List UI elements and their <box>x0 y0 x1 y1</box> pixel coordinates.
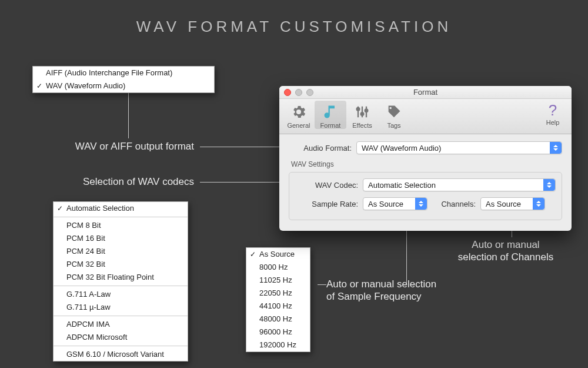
sliders-icon <box>353 103 371 121</box>
format-preferences-window: Format General Format Effects Tags <box>279 86 572 231</box>
window-zoom-button[interactable] <box>306 89 313 96</box>
sample-rate-select[interactable]: As Source <box>363 197 427 210</box>
rate-menu-item[interactable]: 22050 Hz <box>246 287 310 300</box>
window-minimize-button[interactable] <box>295 89 302 96</box>
rate-menu-item[interactable]: 8000 Hz <box>246 261 310 274</box>
tab-general[interactable]: General <box>283 101 315 129</box>
rate-menu-item[interactable]: 44100 Hz <box>246 300 310 313</box>
codec-menu-item[interactable]: GSM 6.10 / Microsoft Variant <box>54 348 188 361</box>
annotation-format: WAV or AIFF output format <box>24 140 194 152</box>
menu-separator <box>54 316 188 316</box>
connector-line <box>200 182 288 183</box>
codec-menu-item[interactable]: PCM 32 Bit <box>54 258 188 271</box>
window-close-button[interactable] <box>284 89 291 96</box>
connector-line <box>200 147 288 147</box>
annotation-sample-rate: Auto or manual selectionof Sample Freque… <box>326 278 444 303</box>
select-value: As Source <box>368 200 403 208</box>
codec-menu-item[interactable]: G.711 A-Law <box>54 288 188 301</box>
menu-separator <box>54 346 188 346</box>
connector-line <box>318 284 326 285</box>
sample-rate-menu-popup: As Source 8000 Hz 11025 Hz 22050 Hz 4410… <box>246 247 310 352</box>
codec-menu-item[interactable]: G.711 µ-Law <box>54 301 188 314</box>
tab-label: Tags <box>387 122 400 129</box>
gear-icon <box>290 103 308 121</box>
annotation-codec: Selection of WAV codecs <box>24 175 194 188</box>
sample-rate-label: Sample Rate: <box>295 200 363 208</box>
tab-help[interactable]: ? Help <box>540 101 566 126</box>
codec-menu-item[interactable]: ADPCM IMA <box>54 318 188 331</box>
tag-icon <box>385 103 403 121</box>
wav-settings-group-label: WAV Settings <box>291 160 562 168</box>
rate-menu-item[interactable]: 96000 Hz <box>246 326 310 339</box>
tab-label: General <box>287 122 310 129</box>
select-arrows-icon <box>415 198 427 210</box>
rate-menu-item[interactable]: As Source <box>246 248 310 261</box>
rate-menu-item[interactable]: 11025 Hz <box>246 274 310 287</box>
codec-menu-popup: Automatic Selection PCM 8 Bit PCM 16 Bit… <box>53 201 188 362</box>
codec-menu-item[interactable]: PCM 32 Bit Floating Point <box>54 271 188 284</box>
format-menu-item-aiff[interactable]: AIFF (Audio Interchange File Format) <box>33 67 214 79</box>
codec-menu-item[interactable]: PCM 8 Bit <box>54 219 188 232</box>
select-value: WAV (Waveform Audio) <box>362 144 441 152</box>
format-menu-popup: AIFF (Audio Interchange File Format) WAV… <box>32 66 215 93</box>
tab-tags[interactable]: Tags <box>378 101 410 129</box>
preferences-toolbar: General Format Effects Tags ? Help <box>279 99 572 134</box>
connector-line <box>128 91 129 138</box>
wav-codec-label: WAV Codec: <box>295 181 363 190</box>
annotation-channels: Auto or manualselection of Channels <box>450 238 562 264</box>
audio-format-label: Audio Format: <box>289 144 356 152</box>
wav-codec-select[interactable]: Automatic Selection <box>363 178 556 191</box>
window-titlebar[interactable]: Format <box>279 86 572 99</box>
menu-separator <box>54 217 188 217</box>
codec-menu-item[interactable]: PCM 24 Bit <box>54 245 188 258</box>
svg-point-5 <box>365 109 368 112</box>
codec-menu-item[interactable]: ADPCM Microsoft <box>54 331 188 344</box>
channels-label: Channels: <box>427 200 480 208</box>
svg-point-3 <box>357 108 360 111</box>
select-value: Automatic Selection <box>368 181 436 190</box>
tab-label: Effects <box>352 122 372 129</box>
tab-effects[interactable]: Effects <box>346 101 378 129</box>
tab-format[interactable]: Format <box>315 101 346 129</box>
channels-select[interactable]: As Source <box>480 197 545 210</box>
preferences-content: Audio Format: WAV (Waveform Audio) WAV S… <box>279 134 572 231</box>
help-icon: ? <box>540 101 566 119</box>
menu-separator <box>54 286 188 286</box>
window-title: Format <box>413 88 437 97</box>
rate-menu-item[interactable]: 192000 Hz <box>246 339 310 352</box>
svg-point-4 <box>361 112 364 115</box>
format-menu-item-wav[interactable]: WAV (Waveform Audio) <box>33 79 214 92</box>
select-value: As Source <box>486 200 521 208</box>
select-arrows-icon <box>550 142 562 154</box>
tab-label: Format <box>320 122 341 129</box>
wav-settings-group: WAV Codec: Automatic Selection Sample Ra… <box>289 172 562 220</box>
codec-menu-item[interactable]: PCM 16 Bit <box>54 232 188 245</box>
audio-format-select[interactable]: WAV (Waveform Audio) <box>356 141 562 154</box>
music-note-icon <box>322 103 339 121</box>
rate-menu-item[interactable]: 48000 Hz <box>246 313 310 326</box>
codec-menu-item[interactable]: Automatic Selection <box>54 202 188 215</box>
select-arrows-icon <box>533 198 544 210</box>
page-title: WAV FORMAT CUSTOMISATION <box>0 18 588 36</box>
tab-label: Help <box>546 119 560 126</box>
select-arrows-icon <box>543 179 555 191</box>
